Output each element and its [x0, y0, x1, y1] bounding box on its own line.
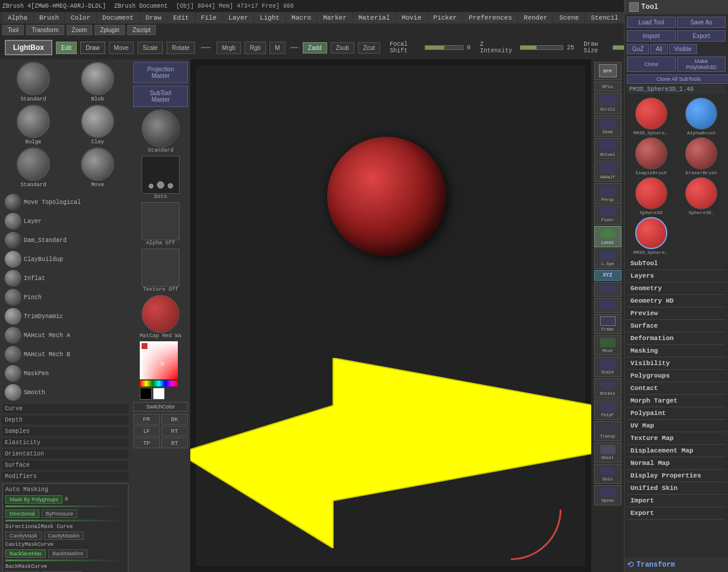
switch-color-btn[interactable]: SwitchColor: [133, 402, 188, 411]
menu-draw[interactable]: Draw: [140, 12, 167, 23]
frame-btn[interactable]: Frame: [594, 314, 622, 334]
draw-mode-button[interactable]: Draw: [80, 42, 105, 54]
menu-marker[interactable]: Marker: [318, 12, 352, 23]
scale-icon-btn[interactable]: Scale: [594, 357, 622, 377]
white-swatch[interactable]: [153, 388, 165, 400]
mask-by-polygroups-btn[interactable]: Mask By Polygroups: [5, 495, 62, 504]
xpose-btn[interactable]: Xpose: [594, 485, 622, 505]
thumb-sphere3d-2[interactable]: Sphere3D_: [677, 177, 726, 215]
texture-off-preview[interactable]: Texture Off: [133, 249, 188, 293]
move-mode-button[interactable]: Move: [109, 42, 134, 54]
thumb-rm3d-sphere-1[interactable]: RM3D_Sphere3D: [627, 98, 676, 136]
menu-preferences[interactable]: Preferences: [463, 12, 517, 23]
zplugin-btn[interactable]: Zplugin: [95, 25, 125, 35]
local-btn[interactable]: Local: [594, 226, 622, 247]
alpha-off-preview[interactable]: Alpha Off: [133, 202, 188, 246]
deformation-section[interactable]: Deformation: [627, 332, 726, 345]
hue-bar[interactable]: [140, 381, 178, 386]
brush-layer[interactable]: Layer: [2, 212, 128, 231]
brush-clay[interactable]: Clay: [67, 105, 128, 145]
move-icon-btn[interactable]: Move: [594, 335, 622, 356]
menu-alpha[interactable]: Alpha: [2, 12, 33, 23]
subtool-master-btn[interactable]: SubTool Master: [133, 86, 188, 107]
all-btn[interactable]: All: [650, 44, 667, 54]
brush-trimdynamic[interactable]: TrimDynamic: [2, 307, 128, 326]
brush-standard-2[interactable]: Standard: [2, 147, 64, 188]
brush-claybuildup[interactable]: ClayBuildup: [2, 250, 128, 269]
standard-brush-preview[interactable]: Standard: [133, 109, 188, 153]
thumb-simplebrush[interactable]: SimpleBrush: [627, 137, 676, 175]
rotate-icon-btn[interactable]: Rotate: [594, 378, 622, 398]
aahalf-btn[interactable]: AAHalf: [594, 161, 622, 182]
menu-edit[interactable]: Edit: [168, 12, 194, 23]
menu-render[interactable]: Render: [519, 12, 553, 23]
surface-tool-section[interactable]: Surface: [627, 320, 726, 332]
back-mask-int-btn[interactable]: BackMaskInt: [48, 549, 87, 558]
zscript-btn[interactable]: Zscript: [127, 25, 156, 35]
polyf-btn[interactable]: PolyF: [594, 400, 622, 420]
brush-dam-standard[interactable]: Dam_Standard: [2, 231, 128, 250]
bk-btn[interactable]: BK: [161, 414, 188, 425]
persp-btn[interactable]: Persp: [594, 183, 622, 205]
thumb-alphabrush[interactable]: AlphaBrush: [677, 98, 726, 136]
tool-btn[interactable]: Tool: [2, 25, 24, 35]
depth-section[interactable]: Depth: [2, 416, 128, 425]
zcut-btn[interactable]: Zcut: [358, 42, 380, 54]
lf-btn[interactable]: LF: [133, 426, 160, 436]
unified-skin-section[interactable]: Unified Skin: [627, 482, 726, 495]
samples-section[interactable]: Samples: [2, 427, 128, 436]
rt-btn[interactable]: RT: [161, 426, 188, 436]
zadd-btn[interactable]: Zadd: [303, 42, 327, 54]
brush-move[interactable]: Move: [67, 147, 128, 188]
thumb-eraserbrush[interactable]: EraserBrush: [677, 137, 726, 175]
modifiers-section[interactable]: Modifiers: [2, 472, 128, 481]
curve-section[interactable]: Curve: [2, 404, 128, 413]
solo-btn[interactable]: Solo: [594, 464, 622, 484]
dots-brush-preview[interactable]: Dots: [133, 156, 188, 200]
brush-standard-1[interactable]: Standard: [2, 62, 64, 102]
bpr-btn[interactable]: BPR: [594, 62, 622, 80]
thumb-rm3d-sphere-2[interactable]: RM3D_Sphere3D: [627, 217, 676, 255]
backface-mask-btn[interactable]: BackfaceMas: [5, 549, 46, 558]
by-pressure-btn[interactable]: ByPressure: [42, 510, 78, 518]
black-swatch[interactable]: [140, 388, 152, 400]
visibility-section[interactable]: Visibility: [627, 357, 726, 370]
directional-btn[interactable]: Directional: [5, 510, 39, 518]
goz-btn[interactable]: GoZ: [627, 44, 649, 54]
surface-section[interactable]: Surface: [2, 461, 128, 470]
cavity-masking-btn[interactable]: CavityMaskin: [44, 532, 84, 540]
menu-stencil[interactable]: Stencil: [585, 12, 623, 23]
import-tool-section[interactable]: Import: [627, 495, 726, 507]
menu-file[interactable]: File: [196, 12, 222, 23]
lsym-btn[interactable]: L.Sym: [594, 249, 622, 269]
zoom-icon-btn[interactable]: Zoom: [594, 115, 622, 137]
polygroups-section[interactable]: Polygroups: [627, 370, 726, 382]
brush-mahcut-mechb[interactable]: MAHcut Mech B: [2, 345, 128, 364]
edit-mode-button[interactable]: Edit: [56, 42, 77, 54]
make-polymesh-btn[interactable]: Make PolyMesh3D: [677, 56, 726, 72]
transp-btn[interactable]: Transp: [594, 421, 622, 441]
thumb-sphere3d-1[interactable]: Sphere3D: [627, 177, 676, 215]
brush-pinch[interactable]: Pinch: [2, 288, 128, 307]
sym-btn3[interactable]: [594, 298, 622, 313]
export-btn[interactable]: Export: [677, 30, 726, 42]
geometry-section[interactable]: Geometry: [627, 282, 726, 295]
tp-btn[interactable]: TP: [133, 438, 160, 448]
uv-map-section[interactable]: UV Map: [627, 420, 726, 432]
orientation-section[interactable]: Orientation: [2, 450, 128, 458]
polypaint-section[interactable]: Polypaint: [627, 407, 726, 420]
xyz-btn[interactable]: XYZ: [594, 270, 622, 281]
zsub-btn[interactable]: Zsub: [331, 42, 354, 54]
brush-bulge[interactable]: Bulge: [2, 105, 64, 145]
actual-btn[interactable]: Actual: [594, 138, 622, 159]
texture-map-section[interactable]: Texture Map: [627, 432, 726, 445]
cavity-mask-btn[interactable]: CavityMask: [5, 532, 42, 540]
z-intensity-slider[interactable]: [520, 45, 564, 50]
brush-mahcut-mecha[interactable]: MAHcut Mech A: [2, 326, 128, 345]
clone-btn[interactable]: Clone: [627, 56, 676, 72]
fr-btn[interactable]: FR: [133, 414, 160, 425]
floor-btn[interactable]: Floor: [594, 206, 622, 225]
menu-picker[interactable]: Picker: [428, 12, 463, 23]
zoom-btn[interactable]: Zoom: [67, 25, 93, 35]
brush-blob[interactable]: Blob: [67, 62, 128, 102]
